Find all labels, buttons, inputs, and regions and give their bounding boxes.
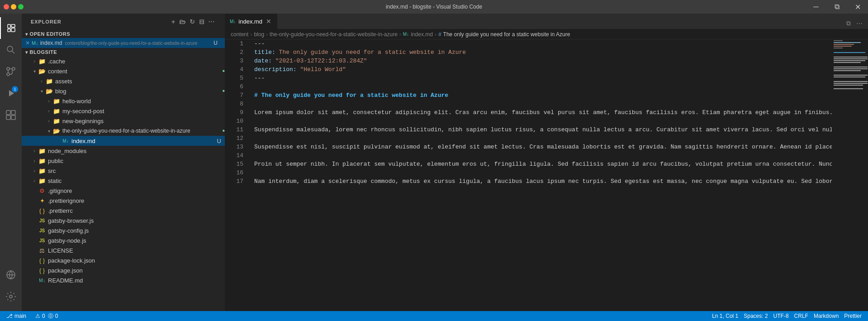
- breadcrumb-blog[interactable]: blog: [254, 31, 264, 38]
- tree-item-prettierignore[interactable]: ✦ .prettierignore: [22, 196, 225, 206]
- tree-item-src[interactable]: › 📁 src: [22, 166, 225, 176]
- tree-item-gitignore[interactable]: ⚙ .gitignore: [22, 186, 225, 196]
- sidebar-actions: + 🗁 ↻ ⊟ ···: [171, 17, 216, 26]
- tab-index-md[interactable]: M↓ index.md ✕: [225, 14, 277, 29]
- extensions-activity-icon[interactable]: [0, 104, 22, 126]
- js-file-icon-gatsby-browser: JS: [38, 218, 46, 223]
- editor[interactable]: 1 2 3 4 5 6 7 8 9 10 11 12 13 14 15 16 1…: [225, 39, 868, 311]
- tree-item-new-beginnings[interactable]: › 📁 new-beginnings: [22, 116, 225, 126]
- new-folder-icon[interactable]: 🗁: [178, 17, 187, 26]
- tree-item-gatsby-config[interactable]: JS gatsby-config.js: [22, 225, 225, 235]
- tree-item-content[interactable]: ▾ 📂 content •: [22, 66, 225, 76]
- open-editor-close-icon[interactable]: ✕: [25, 40, 30, 46]
- tree-item-gatsby-node[interactable]: JS gatsby-node.js: [22, 235, 225, 245]
- open-editors-header[interactable]: ▾ OPEN EDITORS: [22, 30, 225, 38]
- src-label: src: [48, 168, 225, 174]
- explorer-icon[interactable]: [0, 17, 22, 39]
- tree-item-cache[interactable]: › 📁 .cache: [22, 56, 225, 66]
- svg-point-7: [12, 67, 15, 70]
- close-button[interactable]: ✕: [847, 0, 868, 14]
- run-debug-icon[interactable]: 1: [0, 82, 22, 104]
- folder-icon-public: 📁: [38, 158, 46, 164]
- status-formatter[interactable]: Prettier: [841, 313, 864, 319]
- tree-item-package-json[interactable]: { } package.json: [22, 265, 225, 275]
- breadcrumb-heading[interactable]: The only guide you need for a static web…: [443, 31, 570, 38]
- sidebar: Explorer + 🗁 ↻ ⊟ ··· ▾ OPEN EDITORS ✕ M↓…: [22, 14, 225, 311]
- tree-item-public[interactable]: › 📁 public: [22, 156, 225, 166]
- folder-icon-the-only-guide: 📂: [52, 128, 61, 134]
- md-file-icon: M↓: [62, 139, 70, 144]
- status-branch[interactable]: ⎇ main: [4, 313, 29, 319]
- source-control-activity-icon[interactable]: [0, 61, 22, 82]
- search-activity-icon[interactable]: [0, 39, 22, 61]
- mac-maximize-btn[interactable]: [18, 4, 24, 10]
- svg-rect-10: [11, 110, 15, 115]
- tab-filename: index.md: [238, 18, 262, 25]
- editor-content[interactable]: --- title: The only guide you need for a…: [247, 39, 832, 311]
- breadcrumb-content[interactable]: content: [231, 31, 248, 38]
- status-spaces[interactable]: Spaces: 2: [741, 313, 770, 319]
- folder-icon-cache: 📁: [38, 58, 46, 65]
- breadcrumb-slug[interactable]: the-only-guide-you-need-for-a-static-web…: [270, 31, 398, 38]
- assets-chevron: ›: [38, 79, 45, 84]
- status-branch-label: main: [14, 313, 26, 319]
- status-spaces-label: Spaces: 2: [744, 313, 768, 319]
- new-file-icon[interactable]: +: [171, 17, 176, 26]
- cache-label: .cache: [48, 58, 225, 65]
- breadcrumb-filename[interactable]: index.md: [411, 31, 433, 38]
- restore-button[interactable]: ⧉: [826, 0, 847, 14]
- split-editor-icon[interactable]: ⧉: [844, 18, 853, 29]
- tree-item-index-md[interactable]: M↓ index.md U: [22, 136, 225, 146]
- window-title: index.md - blogsite - Visual Studio Code: [386, 4, 482, 10]
- status-cursor[interactable]: Ln 1, Col 1: [709, 313, 741, 319]
- editor-area: M↓ index.md ✕ ⧉ ⋯ content › blog › the-o…: [225, 14, 868, 311]
- my-second-post-chevron: ›: [45, 109, 52, 114]
- remote-icon[interactable]: [0, 264, 22, 286]
- mac-close-btn[interactable]: [4, 4, 9, 10]
- activity-bar: 1: [0, 14, 22, 311]
- status-errors[interactable]: ⚠ 0 ⓪ 0: [33, 312, 61, 320]
- tree-item-static[interactable]: › 📁 static: [22, 176, 225, 186]
- tree-item-package-lock[interactable]: { } package-lock.json: [22, 255, 225, 265]
- tree-item-readme[interactable]: M↓ README.md: [22, 275, 225, 285]
- status-eol[interactable]: CRLF: [792, 313, 811, 319]
- index-md-label: index.md: [71, 138, 217, 144]
- line-num-1: 1: [225, 39, 243, 48]
- more-actions-icon[interactable]: ···: [208, 17, 216, 26]
- mac-minimize-btn[interactable]: [11, 4, 16, 10]
- settings-icon[interactable]: [0, 286, 22, 307]
- status-encoding[interactable]: UTF-8: [771, 313, 792, 319]
- folder-icon-src: 📁: [38, 168, 46, 174]
- git-branch-icon: ⎇: [6, 313, 13, 319]
- gatsby-browser-label: gatsby-browser.js: [48, 217, 225, 224]
- tree-item-license[interactable]: ⚖ LICENSE: [22, 245, 225, 255]
- tree-item-assets[interactable]: › 📁 assets: [22, 76, 225, 86]
- refresh-icon[interactable]: ↻: [189, 17, 196, 26]
- tree-item-prettierrc[interactable]: { } .prettierrc: [22, 206, 225, 216]
- svg-rect-12: [11, 115, 15, 120]
- tree-item-the-only-guide[interactable]: ▾ 📂 the-only-guide-you-need-for-a-static…: [22, 126, 225, 136]
- line-num-6: 6: [225, 82, 243, 91]
- status-language[interactable]: Markdown: [811, 313, 841, 319]
- tree-item-blog[interactable]: ▾ 📂 blog •: [22, 86, 225, 96]
- new-beginnings-label: new-beginnings: [62, 118, 225, 125]
- blogsite-header[interactable]: ▾ BLOGSITE: [22, 48, 225, 56]
- tab-close-button[interactable]: ✕: [265, 17, 272, 25]
- minimap[interactable]: [832, 39, 868, 311]
- more-tab-actions-icon[interactable]: ⋯: [854, 18, 864, 29]
- breadcrumb-sep-1: ›: [250, 31, 252, 38]
- open-editor-item-index-md[interactable]: ✕ M↓ index.md content/blog/the-only-guid…: [22, 38, 225, 48]
- git-file-icon: ⚙: [38, 187, 46, 194]
- blogsite-label: BLOGSITE: [30, 49, 57, 55]
- line-num-15: 15: [225, 160, 243, 168]
- open-editor-filename: index.md: [40, 40, 62, 46]
- svg-point-14: [9, 295, 12, 298]
- tree-item-my-second-post[interactable]: › 📁 my-second-post: [22, 106, 225, 116]
- tree-item-gatsby-browser[interactable]: JS gatsby-browser.js: [22, 216, 225, 225]
- blog-modified-dot: •: [222, 87, 225, 95]
- tree-item-hello-world[interactable]: › 📁 hello-world: [22, 96, 225, 106]
- collapse-all-icon[interactable]: ⊟: [198, 17, 206, 26]
- folder-icon-content: 📂: [38, 68, 46, 75]
- tree-item-node-modules[interactable]: › 📁 node_modules: [22, 146, 225, 156]
- minimize-button[interactable]: ─: [806, 0, 826, 14]
